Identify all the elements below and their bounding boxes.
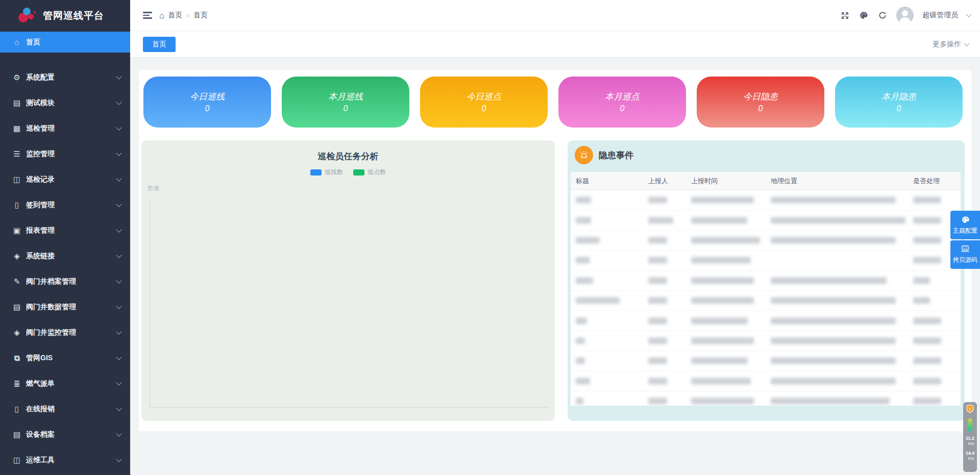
sidebar-item-在线报销[interactable]: ▯在线报销 (0, 396, 130, 422)
chart-y-axis-label: 数量 (148, 184, 160, 193)
table-body (571, 190, 961, 406)
sidebar-item-阀门井数据管理[interactable]: ▤阀门井数据管理 (0, 294, 130, 320)
stat-card-今日巡线: 今日巡线0 (143, 77, 271, 128)
sidebar-item-label: 系统配置 (26, 73, 55, 82)
blurred-cell (913, 277, 930, 284)
legend-item-巡点数[interactable]: 巡点数 (353, 168, 386, 177)
chevron-down-icon (116, 431, 121, 436)
fullscreen-icon[interactable] (840, 10, 850, 20)
sidebar-item-报表管理[interactable]: ▣报表管理 (0, 218, 130, 243)
legend-item-巡线数[interactable]: 巡线数 (310, 168, 343, 177)
sidebar-item-监控管理[interactable]: ☰监控管理 (0, 141, 130, 167)
alarm-siren-icon (575, 146, 593, 164)
sidebar-item-阀门井档案管理[interactable]: ✎阀门井档案管理 (0, 269, 130, 294)
blurred-cell (691, 277, 754, 284)
chevron-down-icon (116, 124, 121, 130)
network-monitor-widget[interactable]: 1 11.2 ↑K/s 14.4 ↓K/s (963, 402, 977, 472)
stat-card-label: 本月巡点 (605, 91, 640, 103)
blurred-cell (576, 297, 620, 304)
blurred-cell (648, 317, 667, 324)
drive-icon: ▤ (11, 303, 22, 312)
blurred-cell (648, 217, 673, 223)
sidebar-item-label: 在线报销 (26, 405, 55, 414)
stat-card-本月巡点: 本月巡点0 (558, 77, 686, 128)
sidebar-item-系统配置[interactable]: ⚙系统配置 (0, 65, 130, 90)
sidebar-item-系统链接[interactable]: ◈系统链接 (0, 243, 130, 269)
blurred-cell (771, 358, 896, 364)
stat-card-本月隐患: 本月隐患0 (835, 77, 963, 128)
chart-title: 巡检员任务分析 (141, 151, 555, 162)
drive-icon: ▤ (11, 98, 22, 108)
theme-config-button[interactable]: 主题配置 (950, 211, 980, 239)
blurred-cell (691, 297, 754, 304)
table-row (571, 231, 961, 251)
blurred-cell (648, 297, 667, 304)
blurred-cell (576, 378, 590, 384)
app-root: 管网巡线平台 ⌂首页⚙系统配置▤测试模块▦巡检管理☰监控管理◫巡检记录▯签到管理… (0, 0, 980, 475)
copy-source-button[interactable]: 拷贝源码 (950, 240, 980, 269)
sidebar: 管网巡线平台 ⌂首页⚙系统配置▤测试模块▦巡检管理☰监控管理◫巡检记录▯签到管理… (0, 0, 130, 475)
blurred-cell (648, 398, 667, 405)
blurred-cell (771, 297, 896, 304)
sidebar-item-label: 设备档案 (26, 430, 55, 439)
file-icon: ▤ (11, 430, 22, 439)
sidebar-item-label: 阀门井监控管理 (26, 328, 76, 337)
sidebar-item-label: 巡检管理 (26, 124, 55, 133)
table-row (571, 331, 961, 351)
blurred-cell (771, 398, 890, 405)
sidebar-item-测试模块[interactable]: ▤测试模块 (0, 90, 130, 116)
stat-card-value: 0 (482, 104, 486, 113)
table-row (571, 291, 961, 311)
home-icon: ⌂ (159, 11, 164, 20)
gear-icon: ⚙ (11, 73, 22, 82)
blurred-cell (913, 257, 941, 264)
blurred-cell (691, 398, 754, 405)
sidebar-item-设备档案[interactable]: ▤设备档案 (0, 422, 130, 447)
book-icon: ▯ (11, 201, 22, 210)
more-actions-button[interactable]: 更多操作 (933, 31, 969, 57)
blurred-cell (771, 197, 896, 204)
blurred-cell (648, 358, 667, 364)
table-row (571, 351, 961, 371)
breadcrumb-home[interactable]: 首页 (168, 11, 182, 20)
sidebar-item-阀门井监控管理[interactable]: ◈阀门井监控管理 (0, 320, 130, 345)
chevron-down-icon (116, 303, 121, 309)
sidebar-item-label: 签到管理 (26, 201, 55, 210)
blurred-cell (771, 337, 896, 344)
legend-label: 巡线数 (325, 168, 343, 177)
stat-card-value: 0 (205, 104, 210, 113)
blurred-cell (648, 378, 667, 384)
logo-icon (18, 8, 37, 24)
sidebar-item-运维工具[interactable]: ◫运维工具 (0, 447, 130, 473)
blurred-cell (576, 337, 585, 344)
sidebar-item-巡检记录[interactable]: ◫巡检记录 (0, 167, 130, 192)
refresh-icon[interactable] (877, 10, 888, 20)
copy-source-label: 拷贝源码 (953, 256, 977, 264)
sidebar-item-签到管理[interactable]: ▯签到管理 (0, 192, 130, 218)
sidebar-item-首页[interactable]: ⌂首页 (0, 32, 130, 53)
table-row (571, 311, 961, 331)
blurred-cell (648, 237, 667, 243)
book-icon: ▯ (11, 405, 22, 414)
blurred-cell (913, 317, 941, 324)
blurred-cell (648, 197, 667, 204)
sidebar-item-燃气派单[interactable]: ≣燃气派单 (0, 371, 130, 396)
sidebar-item-巡检管理[interactable]: ▦巡检管理 (0, 116, 130, 141)
sidebar-item-管网GIS[interactable]: ⧉管网GIS (0, 345, 130, 371)
blurred-cell (691, 317, 748, 324)
collapse-menu-icon[interactable] (143, 12, 152, 19)
blurred-cell (576, 317, 587, 324)
username-label[interactable]: 超级管理员 (922, 11, 958, 20)
blurred-cell (771, 217, 905, 223)
chevron-down-icon (964, 40, 969, 46)
tab-home[interactable]: 首页 (143, 37, 176, 52)
user-avatar[interactable] (896, 7, 914, 24)
theme-palette-icon[interactable] (859, 10, 869, 20)
chevron-down-icon (116, 176, 121, 181)
main-content: 今日巡线0本月巡线0今日巡点0本月巡点0今日隐患0本月隐患0 巡检员任务分析 巡… (139, 70, 971, 431)
blurred-cell (576, 257, 590, 264)
stat-card-value: 0 (897, 104, 901, 113)
blurred-cell (913, 197, 941, 204)
breadcrumb-separator: > (186, 12, 190, 19)
stat-card-今日巡点: 今日巡点0 (420, 77, 548, 128)
